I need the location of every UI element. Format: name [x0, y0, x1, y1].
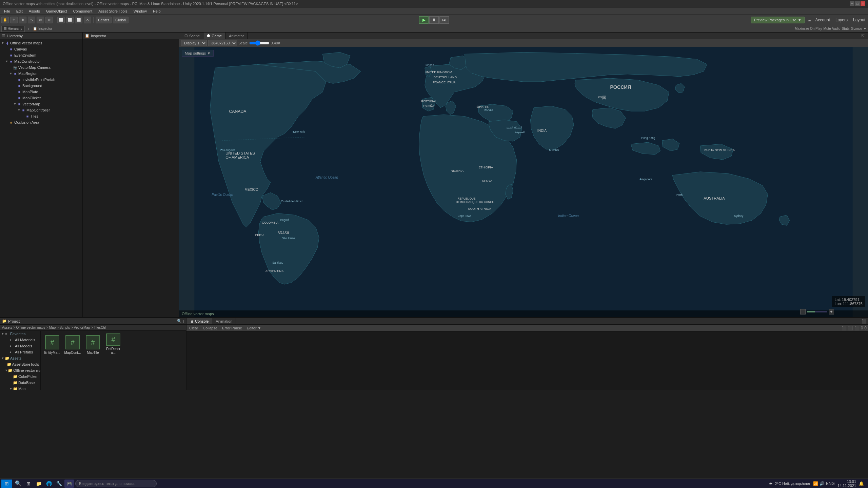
custom-tool-4[interactable]: ✕	[84, 17, 91, 23]
tool-transform[interactable]: ⊕	[45, 17, 53, 23]
resolution-select[interactable]: 3840x2160	[208, 40, 237, 46]
custom-tool-2[interactable]: ⬜	[66, 17, 74, 23]
file-pntdecora[interactable]: # PntDecora...	[103, 332, 123, 356]
step-button[interactable]: ⏭	[439, 16, 449, 24]
taskbar-app-explorer[interactable]: 📁	[34, 480, 43, 488]
custom-tool-3[interactable]: ⬜	[75, 17, 82, 23]
menu-component[interactable]: Component	[70, 8, 95, 14]
account-link[interactable]: Account	[814, 17, 831, 23]
tool-move[interactable]: ✛	[10, 17, 18, 23]
project-search-btn[interactable]: 🔍	[177, 319, 182, 323]
file-maptile[interactable]: # MapTile	[83, 332, 103, 356]
gizmos-btn[interactable]: Gizmos ▼	[851, 27, 867, 30]
hierarchy-item-mapcontroller[interactable]: ▼ ■ MapController	[0, 107, 82, 113]
preview-packages-btn[interactable]: Preview Packages in Use ▼	[751, 17, 805, 23]
layers-link[interactable]: Layers	[834, 17, 849, 23]
tab-game[interactable]: ⬢ Game	[203, 33, 225, 39]
inspector-tab[interactable]: 📋 Inspector	[31, 26, 54, 31]
display-select[interactable]: Display 1	[181, 40, 207, 46]
maximize-on-play[interactable]: Maximize On Play	[795, 27, 822, 30]
taskbar-search[interactable]: Введите здесь текст для поиска	[75, 480, 157, 487]
play-button[interactable]: ▶	[419, 16, 429, 24]
console-tab[interactable]: 🖥 Console	[186, 318, 212, 324]
tool-rotate[interactable]: ↻	[19, 17, 26, 23]
add-hierarchy-btn[interactable]: +	[26, 27, 31, 31]
maximize-btn[interactable]: □	[855, 1, 860, 6]
error-pause-btn[interactable]: Error Pause	[221, 326, 243, 330]
taskbar-app-misc[interactable]: 🔧	[54, 480, 64, 488]
pause-button[interactable]: ⏸	[429, 16, 439, 24]
tool-hand[interactable]: ✋	[1, 17, 9, 23]
console-icon-4[interactable]: 0	[861, 326, 863, 330]
hierarchy-item-mapconstructor[interactable]: ▼ ■ MapConstructor	[0, 58, 82, 64]
clear-btn[interactable]: Clear	[188, 326, 199, 330]
favorites-header[interactable]: ▼ ★ Favorites	[0, 331, 40, 337]
hierarchy-item-eventsystem[interactable]: ■ EventSystem	[0, 52, 82, 58]
menu-assets[interactable]: Assets	[26, 8, 43, 14]
hierarchy-item-mapclicker[interactable]: ■ MapClicker	[0, 95, 82, 101]
custom-tool-1[interactable]: ⬜	[57, 17, 65, 23]
console-icon-5[interactable]: 0	[864, 326, 867, 330]
all-prefabs[interactable]: ● All Prefabs	[0, 349, 40, 355]
hierarchy-item-mapregion[interactable]: ▼ ■ MapRegion	[0, 70, 82, 77]
map-settings-btn[interactable]: Map settings ▼	[182, 50, 214, 57]
offline-vector-maps-item[interactable]: ▼ 📁 Offline vector maps	[0, 367, 40, 373]
hierarchy-item-camera[interactable]: 📷 VectorMap Camera	[0, 64, 82, 70]
hierarchy-item-occlusion[interactable]: ◈ Occlusion Area	[0, 119, 82, 125]
console-icon-3[interactable]: ⬛	[854, 326, 860, 330]
mute-audio[interactable]: Mute Audio	[824, 27, 841, 30]
layout-link[interactable]: Layout	[852, 17, 867, 23]
hierarchy-item-canvas[interactable]: ■ Canvas	[0, 46, 82, 52]
zoom-slider[interactable]	[807, 311, 827, 312]
colorpicker-item[interactable]: 📁 ColorPicker	[0, 373, 40, 380]
zoom-out-btn[interactable]: ─	[800, 309, 806, 314]
hierarchy-item-background[interactable]: ■ Background	[0, 83, 82, 89]
hierarchy-item-tiles[interactable]: ■ Tiles	[0, 113, 82, 119]
database-item[interactable]: 📁 DataBase	[0, 380, 40, 386]
map-canvas[interactable]: Map settings ▼	[179, 47, 868, 317]
animation-tab[interactable]: Animation	[212, 318, 236, 324]
stats-btn[interactable]: Stats	[842, 27, 850, 30]
scale-slider[interactable]	[249, 41, 270, 45]
console-icon-2[interactable]: ⬛	[848, 326, 853, 330]
assets-header[interactable]: ▼ 📁 Assets	[0, 355, 40, 361]
hierarchy-item-invisiblepointprefab[interactable]: ■ InvisiblePointPrefab	[0, 77, 82, 83]
menu-assetstoretools[interactable]: Asset Store Tools	[96, 8, 130, 14]
menu-file[interactable]: File	[1, 8, 13, 14]
minimize-btn[interactable]: ─	[850, 1, 854, 6]
taskbar-app-unity[interactable]: 🎮	[64, 480, 74, 488]
console-maximize-btn[interactable]: ⬛	[862, 319, 867, 324]
map-item[interactable]: ▼ 📁 Map	[0, 386, 40, 390]
tab-animator[interactable]: Animator	[225, 33, 248, 39]
zoom-in-btn[interactable]: +	[829, 309, 834, 314]
tool-scale[interactable]: ⤡	[28, 17, 35, 23]
taskbar-app-task-view[interactable]: ⊞	[24, 480, 33, 488]
collab-btn[interactable]: ☁	[807, 18, 811, 22]
hierarchy-item-vectormap[interactable]: ▼ ■ VectorMap	[0, 101, 82, 107]
editor-btn[interactable]: Editor ▼	[245, 326, 263, 330]
tool-rect[interactable]: ▭	[37, 17, 44, 23]
system-clock[interactable]: 13:01 14.11.2021	[837, 480, 856, 488]
pivot-mode-btn[interactable]: Center	[96, 17, 112, 23]
file-entityma[interactable]: # EntityMa...	[42, 332, 62, 356]
menu-edit[interactable]: Edit	[14, 8, 25, 14]
file-mapcont[interactable]: # MapCont...	[62, 332, 83, 356]
view-maximize-btn[interactable]: ⇱	[861, 34, 865, 38]
hierarchy-tab[interactable]: ☰ Hierarchy	[1, 26, 25, 32]
all-models[interactable]: ● All Models	[0, 343, 40, 349]
pivot-relative-btn[interactable]: Global	[113, 17, 129, 23]
hierarchy-item-scene[interactable]: ▼ ⧫ Offline vector maps	[0, 40, 82, 46]
menu-window[interactable]: Window	[131, 8, 150, 14]
all-materials[interactable]: ● All Materials	[0, 337, 40, 343]
console-icon-1[interactable]: ⬛	[842, 326, 847, 330]
notifications-btn[interactable]: 🔔	[859, 481, 864, 486]
start-button[interactable]: ⊞	[1, 480, 12, 488]
menu-help[interactable]: Help	[150, 8, 163, 14]
tab-scene[interactable]: ⬡ Scene	[181, 33, 203, 39]
taskbar-app-edge[interactable]: 🌐	[44, 480, 54, 488]
hierarchy-item-mapplate[interactable]: ■ MapPlate	[0, 89, 82, 95]
assetstoretools-item[interactable]: 📁 AssetStoreTools	[0, 361, 40, 367]
taskbar-app-search[interactable]: 🔍	[14, 480, 23, 488]
menu-gameobject[interactable]: GameObject	[43, 8, 70, 14]
collapse-btn[interactable]: Collapse	[201, 326, 219, 330]
